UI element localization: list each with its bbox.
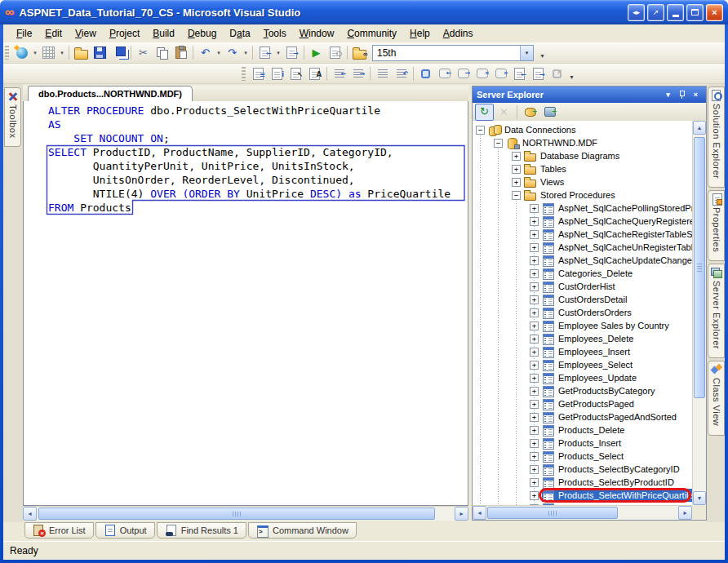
- expand-icon[interactable]: +: [530, 295, 539, 304]
- expand-icon[interactable]: +: [530, 243, 539, 252]
- menu-item-data[interactable]: Data: [223, 25, 256, 42]
- tree-item[interactable]: +AspNet_SqlCacheRegisterTableSt: [473, 228, 692, 241]
- scroll-right-button[interactable]: ▸: [455, 507, 468, 521]
- menu-item-window[interactable]: Window: [293, 25, 341, 42]
- menu-item-help[interactable]: Help: [403, 25, 437, 42]
- scrollbar-track[interactable]: [693, 135, 706, 491]
- expand-icon[interactable]: +: [530, 335, 539, 344]
- menu-item-file[interactable]: File: [10, 25, 38, 42]
- copy-button[interactable]: [153, 44, 171, 61]
- tree-item[interactable]: +Employees_Update: [473, 371, 692, 384]
- menu-item-build[interactable]: Build: [146, 25, 181, 42]
- expand-icon[interactable]: +: [530, 374, 539, 383]
- tree-item[interactable]: +GetProductsByCategory: [473, 384, 692, 397]
- document-tab[interactable]: dbo.Products...NORTHWND.MDF): [28, 86, 193, 101]
- tab-solution-explorer[interactable]: Solution Explorer: [708, 86, 725, 188]
- tree-item[interactable]: −Stored Procedures: [473, 188, 692, 202]
- code-editor[interactable]: ALTER PROCEDURE dbo.Products_SelectWithP…: [23, 101, 468, 506]
- auto-hide-pin-button[interactable]: [676, 89, 688, 100]
- tree-horizontal-scrollbar[interactable]: ◂ ▸: [473, 505, 692, 520]
- previous-bookmark-in-document-button[interactable]: ←: [510, 65, 529, 82]
- new-web-site-button-dropdown[interactable]: ▾: [31, 44, 39, 61]
- scroll-down-button[interactable]: ▾: [693, 491, 706, 505]
- tree-item[interactable]: +Categories_Delete: [473, 267, 692, 280]
- collapse-icon[interactable]: −: [512, 191, 521, 200]
- expand-icon[interactable]: +: [530, 217, 539, 226]
- display-member-list-button[interactable]: ≡: [249, 65, 268, 82]
- toolbar-overflow-button[interactable]: ▾: [566, 65, 577, 82]
- tab-server-explorer[interactable]: Server Explorer: [708, 264, 725, 358]
- tree-item[interactable]: +Products_SelectByProductID: [473, 476, 692, 489]
- expand-icon[interactable]: +: [530, 478, 539, 487]
- window-position-button[interactable]: ▾: [662, 89, 674, 100]
- expand-icon[interactable]: +: [530, 465, 539, 474]
- tree-item[interactable]: +CustOrdersOrders: [473, 306, 692, 319]
- scrollbar-thumb[interactable]: [694, 137, 705, 398]
- minimize-button[interactable]: [667, 4, 684, 21]
- maximize-button[interactable]: [686, 4, 704, 21]
- scroll-up-button[interactable]: ▴: [693, 121, 706, 135]
- tree-item[interactable]: +Database Diagrams: [473, 149, 692, 162]
- save-all-button[interactable]: [109, 44, 128, 61]
- expand-icon[interactable]: +: [512, 178, 521, 187]
- menu-item-tools[interactable]: Tools: [257, 25, 293, 42]
- tree-vertical-scrollbar[interactable]: ▴ ▾: [692, 121, 706, 505]
- float-window-button[interactable]: ↗: [647, 4, 664, 21]
- navigate-backward-button[interactable]: ←: [255, 44, 274, 61]
- cancel-refresh-button[interactable]: ×: [495, 104, 513, 121]
- tree-item[interactable]: +Products_SelectWithPriceQuartile: [473, 489, 692, 502]
- menu-item-view[interactable]: View: [69, 25, 103, 42]
- undo-button-dropdown[interactable]: ▾: [215, 44, 223, 61]
- tab-properties[interactable]: Properties: [708, 190, 725, 261]
- expand-icon[interactable]: +: [530, 348, 539, 357]
- tree-item[interactable]: +Products_Delete: [473, 423, 692, 437]
- tree-item[interactable]: +CustOrderHist: [473, 280, 692, 293]
- start-debugging-button[interactable]: ▶: [307, 44, 326, 61]
- next-bookmark-in-document-button[interactable]: →: [529, 65, 548, 82]
- tab-error-list[interactable]: Error List: [24, 522, 94, 539]
- menu-item-community[interactable]: Community: [340, 25, 403, 42]
- menu-item-debug[interactable]: Debug: [181, 25, 223, 42]
- combo-dropdown-icon[interactable]: ▾: [520, 46, 533, 60]
- tree-item[interactable]: +AspNet_SqlCachePollingStoredProc: [473, 202, 692, 215]
- tree-item[interactable]: +AspNet_SqlCacheQueryRegistered: [473, 215, 692, 228]
- tab-class-view[interactable]: Class View: [708, 361, 725, 435]
- tree-item[interactable]: +Views: [473, 175, 692, 188]
- tab-output[interactable]: Output: [95, 522, 155, 539]
- tree-item[interactable]: +GetProductsPagedAndSorted: [473, 410, 692, 423]
- expand-icon[interactable]: +: [530, 413, 539, 422]
- next-bookmark-button[interactable]: →: [454, 65, 473, 82]
- display-parameter-info-button[interactable]: i: [268, 65, 286, 82]
- previous-bookmark-button[interactable]: ←: [435, 65, 454, 82]
- expand-icon[interactable]: +: [530, 321, 539, 330]
- menu-item-addins[interactable]: Addins: [437, 25, 480, 42]
- add-new-item-button-dropdown[interactable]: ▾: [58, 44, 66, 61]
- save-button[interactable]: [91, 44, 109, 61]
- tab-find-results[interactable]: Find Results 1: [157, 522, 246, 539]
- paste-button[interactable]: [171, 44, 190, 61]
- expand-icon[interactable]: +: [512, 152, 521, 161]
- increase-indent-button[interactable]: →: [348, 65, 367, 82]
- menu-item-project[interactable]: Project: [103, 25, 146, 42]
- expand-icon[interactable]: +: [530, 426, 539, 435]
- tree-item[interactable]: +GetProductsPaged: [473, 397, 692, 410]
- expand-icon[interactable]: +: [530, 387, 539, 396]
- display-quick-info-button[interactable]: ↖: [286, 65, 305, 82]
- open-file-button[interactable]: [72, 44, 91, 61]
- expand-icon[interactable]: +: [530, 282, 539, 291]
- undo-button[interactable]: ↶: [196, 44, 215, 61]
- comment-selected-lines-button[interactable]: [373, 65, 392, 82]
- tree-item[interactable]: +Employees_Delete: [473, 332, 692, 345]
- expand-icon[interactable]: +: [530, 491, 539, 500]
- tab-command-window[interactable]: Command Window: [248, 522, 357, 539]
- scroll-left-button[interactable]: ◂: [23, 507, 37, 521]
- navigate-backward-button-dropdown[interactable]: ▾: [274, 44, 282, 61]
- scrollbar-thumb[interactable]: [38, 508, 435, 520]
- toolbar-grip[interactable]: [5, 46, 9, 60]
- expand-icon[interactable]: +: [530, 269, 539, 278]
- expand-icon[interactable]: +: [530, 204, 539, 213]
- tab-toolbox[interactable]: Toolbox: [4, 87, 21, 147]
- connect-to-server-button[interactable]: +: [540, 104, 559, 121]
- tree-item[interactable]: +Products_SelectByCategoryID: [473, 463, 692, 476]
- collapse-icon[interactable]: −: [494, 139, 503, 148]
